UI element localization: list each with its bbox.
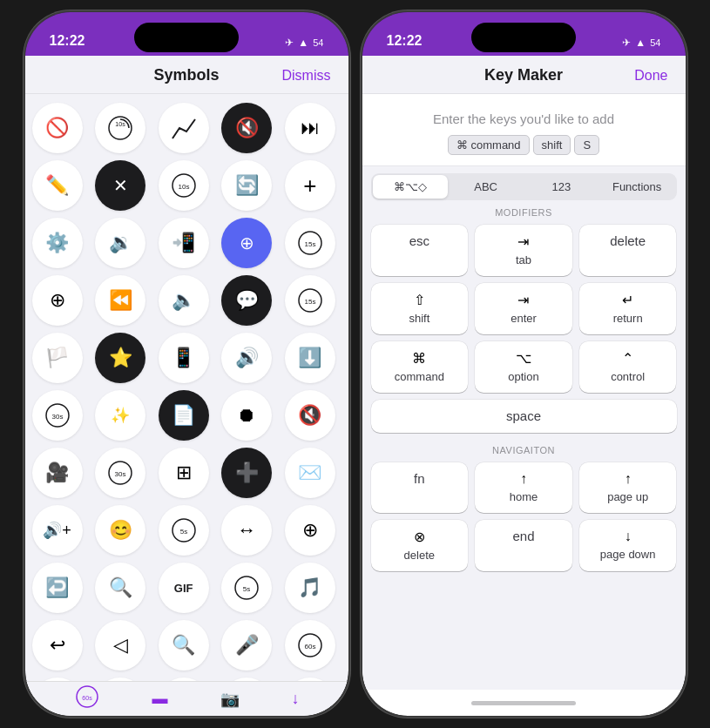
dynamic-island-2 [471, 23, 576, 52]
key-option[interactable]: ⌥ option [475, 341, 572, 393]
tab-symbols[interactable]: ⌘⌥◇ [373, 175, 449, 199]
svg-text:5s: 5s [243, 585, 250, 593]
key-home-icon: ↑ [482, 471, 565, 487]
symbol-btn-vol-min[interactable]: 🔇 [285, 390, 335, 441]
key-esc-label: esc [409, 233, 429, 248]
camera-icon[interactable]: 📷 [220, 690, 240, 709]
symbol-btn-phone[interactable]: 📲 [159, 218, 209, 268]
symbol-btn-vol[interactable]: 🔈 [159, 275, 209, 326]
navigation-section: NAVIGAITON fn ↑ home ↑ page up ⊗ [362, 445, 686, 578]
key-control[interactable]: ⌃ control [579, 341, 677, 393]
symbol-btn-mic-off[interactable]: 🎤 [221, 620, 272, 671]
key-page-up[interactable]: ↑ page up [579, 462, 677, 513]
down-arrow-icon[interactable]: ↓ [292, 690, 300, 708]
symbol-btn-chat[interactable]: 💬 [221, 275, 272, 326]
symbol-btn-mute[interactable]: 🔇 [221, 103, 272, 153]
dismiss-button[interactable]: Dismiss [279, 68, 331, 84]
symbol-btn-30s[interactable]: 30s [32, 390, 83, 441]
symbol-btn-arrow-down[interactable]: ⬇️ [285, 333, 335, 383]
symbols-scroll[interactable]: 🚫 10s 🔇 ⏭ ✏️ ✕ 10s 🔄 + ⚙️ 🔉 📲 ⊕ 15s ⊕ [25, 94, 348, 681]
symbol-btn-refresh[interactable]: 🔄 [221, 160, 272, 211]
symbol-btn-cam[interactable]: 🎥 [32, 448, 83, 498]
symbol-btn-10s[interactable]: 10s [159, 160, 209, 211]
symbol-btn-timer[interactable]: 10s [95, 103, 145, 153]
key-tab[interactable]: ⇥ tab [475, 225, 572, 276]
key-esc[interactable]: esc [371, 225, 469, 276]
symbol-btn-phone2[interactable]: 📱 [159, 333, 209, 383]
modifiers-section: MODIFIERS esc ⇥ tab delete ⇧ shift [362, 207, 686, 440]
key-control-icon: ⌃ [586, 350, 670, 367]
key-shift[interactable]: ⇧ shift [371, 283, 469, 334]
symbol-btn-gif[interactable]: GIF [159, 563, 209, 613]
key-page-down[interactable]: ↓ page down [579, 520, 677, 571]
symbol-btn-music[interactable]: 🎵 [285, 563, 335, 613]
wifi-icon-2: ▲ [635, 37, 646, 49]
battery-icon-2: 54 [650, 37, 660, 48]
key-command[interactable]: ⌘ command [371, 341, 469, 393]
symbol-btn-5s2[interactable]: 5s [221, 563, 272, 613]
symbol-btn-rewind[interactable]: ⏪ [95, 275, 145, 326]
symbol-btn-discord[interactable]: ⊕ [221, 218, 272, 268]
symbol-btn-emoji[interactable]: 😊 [95, 505, 145, 556]
phone-keymaker: 12:22 ✈ ▲ 54 Key Maker Done Enter the ke… [361, 10, 687, 718]
symbol-btn-add[interactable]: ⊕ [285, 505, 335, 556]
symbol-btn-plus2[interactable]: ➕ [221, 448, 272, 498]
key-chip-command[interactable]: ⌘ command [448, 135, 530, 155]
symbol-btn-vol-add[interactable]: 🔊+ [32, 505, 83, 556]
symbol-btn-15s[interactable]: 15s [285, 218, 335, 268]
symbol-btn-vol-down[interactable]: 🔉 [95, 218, 145, 268]
symbol-btn-loop[interactable]: ↩️ [32, 563, 83, 613]
key-delete-nav[interactable]: ⊗ delete [371, 520, 469, 571]
symbols-grid: 🚫 10s 🔇 ⏭ ✏️ ✕ 10s 🔄 + ⚙️ 🔉 📲 ⊕ 15s ⊕ [32, 103, 341, 681]
symbol-btn-frame[interactable]: ⊞ [159, 448, 209, 498]
tab-123[interactable]: 123 [524, 175, 599, 199]
60s-timer-icon[interactable]: 60s [74, 684, 100, 714]
symbol-btn-zoom-in[interactable]: 🔍 [95, 563, 145, 613]
key-command-icon: ⌘ [378, 350, 462, 367]
symbol-btn-doc[interactable]: 📄 [159, 390, 209, 441]
symbol-btn-record[interactable]: ⏺ [221, 390, 272, 441]
key-pageup-icon: ↑ [586, 471, 670, 487]
symbol-btn-5s[interactable]: 5s [159, 505, 209, 556]
key-chip-s[interactable]: S [574, 135, 599, 155]
status-icons-1: ✈ ▲ 54 [285, 37, 323, 49]
symbol-btn-back[interactable]: ↩ [32, 620, 83, 671]
symbol-btn-ban[interactable]: 🚫 [32, 103, 83, 153]
symbol-btn-vol-up[interactable]: 🔊 [221, 333, 272, 383]
symbol-btn-60s[interactable]: 60s [285, 620, 335, 671]
dynamic-island-1 [134, 23, 239, 52]
key-home[interactable]: ↑ home [475, 462, 572, 513]
symbol-btn-30s2[interactable]: 30s [95, 448, 145, 498]
symbol-btn-star[interactable]: ⭐ [95, 333, 145, 383]
key-return[interactable]: ↵ return [579, 283, 677, 334]
svg-text:60s: 60s [82, 695, 92, 701]
symbol-btn-skip[interactable]: ⏭ [285, 103, 335, 153]
symbol-btn-settings[interactable]: ⚙️ [32, 218, 83, 268]
symbol-btn-zoom-out[interactable]: 🔍 [159, 620, 209, 671]
symbol-btn-play[interactable]: ◁ [95, 620, 145, 671]
key-fn[interactable]: fn [371, 462, 469, 513]
symbol-btn-chart[interactable] [159, 103, 209, 153]
tab-functions[interactable]: Functions [599, 175, 675, 199]
symbol-btn-mail[interactable]: ✉️ [285, 448, 335, 498]
key-space[interactable]: space [371, 400, 677, 433]
symbol-btn-flag[interactable]: 🏳️ [32, 333, 83, 383]
key-delete[interactable]: delete [579, 225, 677, 276]
tab-abc[interactable]: ABC [448, 175, 524, 199]
symbol-btn-resize[interactable]: ↔️ [221, 505, 272, 556]
symbol-btn-15s2[interactable]: 15s [285, 275, 335, 326]
done-button[interactable]: Done [616, 68, 668, 84]
key-end[interactable]: end [475, 520, 572, 571]
symbol-btn-plus[interactable]: + [285, 160, 335, 211]
wifi-icon: ▲ [298, 37, 308, 49]
key-enter[interactable]: ⇥ enter [475, 283, 572, 334]
key-chip-shift[interactable]: shift [533, 135, 571, 155]
symbol-btn-x[interactable]: ✕ [95, 160, 145, 211]
key-home-label: home [510, 490, 538, 503]
symbol-btn-pen[interactable]: ✏️ [32, 160, 83, 211]
key-shift-label: shift [409, 312, 429, 325]
key-delete-label: delete [610, 233, 646, 248]
symbol-btn-target[interactable]: ⊕ [32, 275, 83, 326]
line-icon[interactable]: ▬ [152, 690, 168, 708]
symbol-btn-wand[interactable]: ✨ [95, 390, 145, 441]
